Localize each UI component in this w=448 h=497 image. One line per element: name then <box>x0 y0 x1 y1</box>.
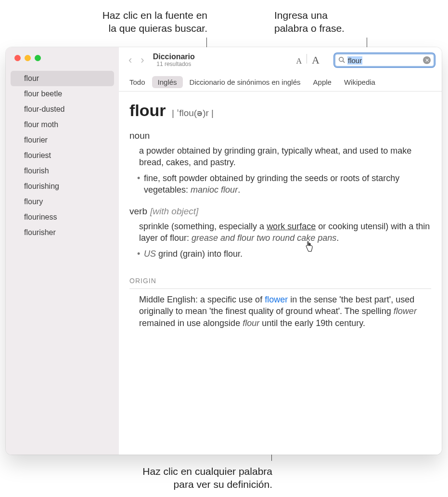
cursor-icon <box>304 241 314 255</box>
sidebar-item[interactable]: flour beetle <box>11 86 114 102</box>
sidebar: flour flour beetle flour-dusted flour mo… <box>6 47 119 455</box>
pronunciation: | ˈflou(ə)r | <box>172 108 214 118</box>
search-icon <box>338 56 345 65</box>
forward-button[interactable]: › <box>141 54 144 66</box>
annotation-search: Ingresa unapalabra o frase. <box>274 9 429 35</box>
svg-line-1 <box>343 61 345 63</box>
annotation-click-word: Haz clic en cualquier palabrapara ver su… <box>142 465 272 491</box>
toolbar: ‹ › Diccionario 11 resultados A A flour … <box>119 47 442 73</box>
font-size-control: A A <box>292 54 324 66</box>
tab-todo[interactable]: Todo <box>124 76 151 88</box>
title-text: Diccionario <box>153 52 195 61</box>
sidebar-item[interactable]: floury <box>11 194 114 209</box>
font-smaller-button[interactable]: A <box>292 57 307 65</box>
highlighted-word[interactable]: work surface <box>267 222 316 231</box>
nav-buttons: ‹ › <box>126 54 144 66</box>
sidebar-item-flour[interactable]: flour <box>11 71 114 86</box>
entry-word: flour <box>129 101 166 119</box>
subdefinition-text[interactable]: US grind (grain) into flour. <box>144 248 431 260</box>
definition-text[interactable]: a powder obtained by grinding grain, typ… <box>139 145 431 169</box>
tab-wikipedia[interactable]: Wikipedia <box>338 76 381 88</box>
subdefinition-text[interactable]: fine, soft powder obtained by grinding t… <box>144 172 431 196</box>
source-tabs: Todo Inglés Diccionario de sinónimos en … <box>119 73 442 92</box>
sidebar-item[interactable]: flour-dusted <box>11 102 114 117</box>
sidebar-item[interactable]: flourisher <box>11 225 114 240</box>
part-of-speech-verb: verb[with object] <box>129 206 431 217</box>
sidebar-list: flour flour beetle flour-dusted flour mo… <box>6 68 119 455</box>
definition-text[interactable]: sprinkle (something, especially a work s… <box>139 221 431 244</box>
font-larger-button[interactable]: A <box>307 54 324 66</box>
annotation-source: Haz clic en la fuente enla que quieras b… <box>102 9 207 35</box>
search-field[interactable]: flour ✕ <box>334 53 435 67</box>
sidebar-item[interactable]: flourishing <box>11 179 114 194</box>
svg-point-0 <box>339 57 344 61</box>
tab-ingles[interactable]: Inglés <box>152 76 183 88</box>
word-link-flower[interactable]: flower <box>265 295 288 304</box>
origin-text[interactable]: Middle English: a specific use of flower… <box>139 294 431 329</box>
sidebar-item[interactable]: flourier <box>11 132 114 148</box>
search-input[interactable]: flour <box>347 56 423 65</box>
tab-thesaurus[interactable]: Diccionario de sinónimos en inglés <box>184 76 307 88</box>
main-content-area: ‹ › Diccionario 11 resultados A A flour … <box>119 47 442 455</box>
minimize-window-button[interactable] <box>25 55 31 61</box>
clear-search-icon[interactable]: ✕ <box>423 56 431 64</box>
zoom-window-button[interactable] <box>35 55 41 61</box>
traffic-lights <box>6 47 119 68</box>
origin-header: ORIGIN <box>129 277 431 289</box>
sidebar-item[interactable]: flour moth <box>11 117 114 132</box>
sidebar-item[interactable]: flouriest <box>11 148 114 163</box>
subtitle-text: 11 resultados <box>156 61 191 68</box>
back-button[interactable]: ‹ <box>128 54 132 66</box>
dictionary-window: flour flour beetle flour-dusted flour mo… <box>6 47 442 455</box>
window-title: Diccionario 11 resultados <box>153 52 195 68</box>
sidebar-item[interactable]: flourish <box>11 163 114 179</box>
part-of-speech-noun: noun <box>129 131 431 141</box>
tab-apple[interactable]: Apple <box>307 76 337 88</box>
definition-content: flour | ˈflou(ə)r | noun a powder obtain… <box>119 92 442 455</box>
sidebar-item[interactable]: flouriness <box>11 209 114 225</box>
close-window-button[interactable] <box>14 55 21 61</box>
